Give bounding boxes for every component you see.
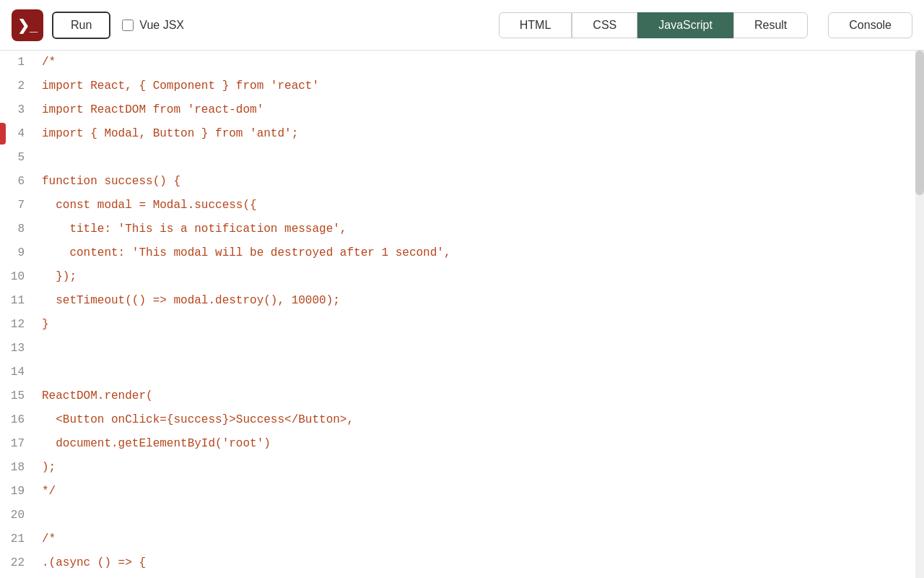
tab-html[interactable]: HTML bbox=[499, 12, 572, 38]
code-line-6: function success() { bbox=[42, 170, 918, 194]
line-num-11: 11 bbox=[6, 289, 30, 313]
code-line-9: content: 'This modal will be destroyed a… bbox=[42, 241, 918, 265]
code-line-16: <Button onClick={success}>Success</Butto… bbox=[42, 408, 918, 432]
toolbar: ❯_ Run Vue JSX HTML CSS JavaScript Resul… bbox=[0, 0, 924, 51]
console-button[interactable]: Console bbox=[828, 12, 912, 38]
line-num-6: 6 bbox=[6, 170, 30, 194]
line-num-18: 18 bbox=[6, 456, 30, 480]
code-line-1: /* bbox=[42, 51, 918, 74]
line-num-20: 20 bbox=[6, 504, 30, 527]
line-num-3: 3 bbox=[6, 98, 30, 122]
line-num-22: 22 bbox=[6, 551, 30, 575]
editor-container: 1 2 3 4 5 6 7 8 9 10 11 12 13 14 15 16 1… bbox=[0, 51, 924, 578]
line-num-2: 2 bbox=[6, 74, 30, 98]
line-num-15: 15 bbox=[6, 384, 30, 408]
tab-css[interactable]: CSS bbox=[572, 12, 637, 38]
tab-group: HTML CSS JavaScript Result bbox=[499, 12, 808, 38]
code-line-19: */ bbox=[42, 480, 918, 504]
line-num-7: 7 bbox=[6, 194, 30, 217]
tab-javascript[interactable]: JavaScript bbox=[637, 12, 733, 38]
scrollbar-track[interactable] bbox=[915, 51, 924, 578]
line-num-1: 1 bbox=[6, 51, 30, 74]
line-num-17: 17 bbox=[6, 432, 30, 456]
line-num-4: 4 bbox=[6, 122, 30, 146]
app-container: ❯_ Run Vue JSX HTML CSS JavaScript Resul… bbox=[0, 0, 924, 578]
code-line-4: import { Modal, Button } from 'antd'; bbox=[42, 122, 918, 146]
code-line-12: } bbox=[42, 313, 918, 337]
line-num-16: 16 bbox=[6, 408, 30, 432]
code-line-7: const modal = Modal.success({ bbox=[42, 194, 918, 217]
code-line-8: title: 'This is a notification message', bbox=[42, 217, 918, 241]
run-button[interactable]: Run bbox=[52, 12, 110, 39]
line-num-12: 12 bbox=[6, 313, 30, 337]
scrollbar-thumb[interactable] bbox=[915, 51, 924, 195]
vue-jsx-text: Vue JSX bbox=[139, 19, 184, 32]
terminal-icon: ❯_ bbox=[17, 17, 38, 34]
line-num-19: 19 bbox=[6, 480, 30, 504]
line-num-8: 8 bbox=[6, 217, 30, 241]
vue-jsx-label: Vue JSX bbox=[122, 19, 184, 32]
line-num-13: 13 bbox=[6, 337, 30, 361]
code-line-14 bbox=[42, 361, 918, 384]
code-area[interactable]: 1 2 3 4 5 6 7 8 9 10 11 12 13 14 15 16 1… bbox=[0, 51, 924, 578]
code-line-13 bbox=[42, 337, 918, 361]
code-line-20 bbox=[42, 504, 918, 527]
terminal-icon-box: ❯_ bbox=[12, 9, 43, 41]
code-line-3: import ReactDOM from 'react-dom' bbox=[42, 98, 918, 122]
line-num-5: 5 bbox=[6, 146, 30, 170]
code-line-17: document.getElementById('root') bbox=[42, 432, 918, 456]
code-line-21: /* bbox=[42, 527, 918, 551]
line-num-10: 10 bbox=[6, 265, 30, 289]
code-lines[interactable]: /* import React, { Component } from 'rea… bbox=[36, 51, 924, 578]
line-num-9: 9 bbox=[6, 241, 30, 265]
code-line-15: ReactDOM.render( bbox=[42, 384, 918, 408]
code-line-18: ); bbox=[42, 456, 918, 480]
line-num-14: 14 bbox=[6, 361, 30, 384]
code-line-22: .(async () => { bbox=[42, 551, 918, 575]
line-num-21: 21 bbox=[6, 527, 30, 551]
code-line-10: }); bbox=[42, 265, 918, 289]
left-accent-bar bbox=[0, 123, 6, 144]
code-line-2: import React, { Component } from 'react' bbox=[42, 74, 918, 98]
code-line-5 bbox=[42, 146, 918, 170]
tab-result[interactable]: Result bbox=[733, 12, 808, 38]
vue-jsx-checkbox[interactable] bbox=[122, 20, 134, 31]
code-line-11: setTimeout(() => modal.destroy(), 10000)… bbox=[42, 289, 918, 313]
